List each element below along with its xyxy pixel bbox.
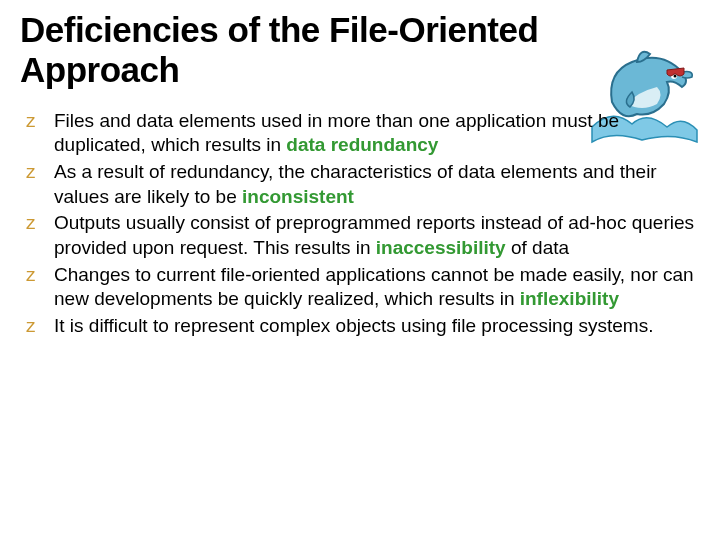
bullet-text-pre: As a result of redundancy, the character… [54, 161, 657, 207]
bullet-list: Files and data elements used in more tha… [20, 109, 700, 339]
list-item: Files and data elements used in more tha… [20, 109, 700, 158]
bullet-text-highlight: inaccessibility [376, 237, 506, 258]
bullet-text-highlight: inflexibility [520, 288, 619, 309]
bullet-text-highlight: inconsistent [242, 186, 354, 207]
slide-container: Deficiencies of the File-Oriented Approa… [0, 0, 720, 361]
bullet-text-post: of data [506, 237, 569, 258]
list-item: Changes to current file-oriented applica… [20, 263, 700, 312]
list-item: Outputs usually consist of preprogrammed… [20, 211, 700, 260]
svg-point-1 [674, 75, 677, 78]
bullet-text-pre: Outputs usually consist of preprogrammed… [54, 212, 694, 258]
bullet-text-pre: It is difficult to represent complex obj… [54, 315, 653, 336]
bullet-text-highlight: data redundancy [286, 134, 438, 155]
list-item: It is difficult to represent complex obj… [20, 314, 700, 339]
list-item: As a result of redundancy, the character… [20, 160, 700, 209]
